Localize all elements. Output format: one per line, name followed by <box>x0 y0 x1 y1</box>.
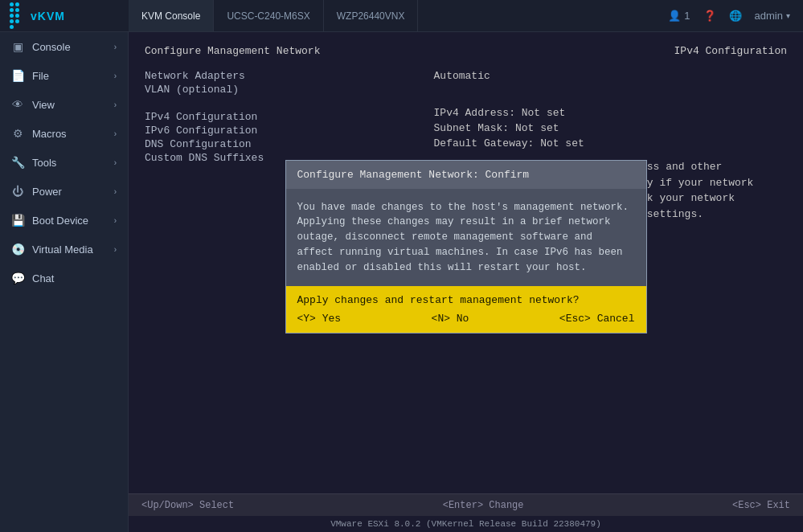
power-icon: ⏻ <box>11 185 24 198</box>
topbar-tabs: KVM Console UCSC-C240-M6SX WZP26440VNX <box>129 0 655 31</box>
main-layout: ▣ Console › 📄 File › 👁 View › ⚙ Macros <box>0 32 803 532</box>
sidebar-label-file: File <box>32 70 49 82</box>
user-icon: 👤 <box>668 10 681 22</box>
chevron-right-icon: › <box>114 43 117 51</box>
footer-text: VMware ESXi 8.0.2 (VMKernel Release Buil… <box>330 519 601 529</box>
sidebar-label-tools: Tools <box>32 157 56 169</box>
chevron-right-icon: › <box>114 100 117 109</box>
spacer <box>434 85 787 97</box>
modal-confirm-text: Apply changes and restart management net… <box>297 294 635 306</box>
modal-cancel-button[interactable]: <Esc> Cancel <box>559 313 635 325</box>
sidebar-item-tools[interactable]: 🔧 Tools › <box>0 148 128 177</box>
sidebar-label-macros: Macros <box>32 128 67 140</box>
monitor-icon: ▣ <box>11 40 24 53</box>
ipv4-address: IPv4 Address: Not set <box>434 107 787 119</box>
modal-confirm-section: Apply changes and restart management net… <box>286 286 646 333</box>
kvm-footer: VMware ESXi 8.0.2 (VMKernel Release Buil… <box>129 516 803 532</box>
chevron-right-icon: › <box>114 216 117 225</box>
sidebar-label-power: Power <box>32 186 62 198</box>
gateway: Default Gateway: Not set <box>434 137 787 149</box>
modal-no-button[interactable]: <N> No <box>432 313 469 325</box>
logo-area: vKVM <box>0 2 129 29</box>
sidebar: ▣ Console › 📄 File › 👁 View › ⚙ Macros <box>0 32 129 532</box>
modal-yes-button[interactable]: <Y> Yes <box>297 313 342 325</box>
media-icon: 💿 <box>11 243 24 256</box>
topbar: vKVM KVM Console UCSC-C240-M6SX WZP26440… <box>0 0 803 32</box>
subnet-mask: Subnet Mask: Not set <box>434 122 787 134</box>
confirm-modal: Configure Management Network: Confirm Yo… <box>285 160 647 334</box>
tab-ucsc[interactable]: UCSC-C240-M6SX <box>214 0 323 31</box>
chevron-right-icon: › <box>114 158 117 167</box>
file-icon: 📄 <box>11 69 24 82</box>
kvm-title-right: IPv4 Configuration <box>674 45 787 57</box>
sidebar-item-macros[interactable]: ⚙ Macros › <box>0 119 128 148</box>
menu-item-network-adapters[interactable]: Network Adapters <box>145 70 434 82</box>
menu-item-spacer <box>145 97 434 109</box>
sidebar-item-view[interactable]: 👁 View › <box>0 90 128 119</box>
kvm-main: Configure Management Network IPv4 Config… <box>129 32 803 493</box>
admin-menu[interactable]: admin ▾ <box>755 10 790 22</box>
modal-title: Configure Management Network: Confirm <box>286 161 646 189</box>
statusbar-right: <Esc> Exit <box>732 500 790 511</box>
chat-icon: 💬 <box>11 272 24 284</box>
app-title: vKVM <box>31 10 65 23</box>
modal-body: You have made changes to the host's mana… <box>286 189 646 287</box>
menu-item-dns[interactable]: DNS Configuration <box>145 138 434 150</box>
help-button[interactable]: ❓ <box>703 10 716 22</box>
sidebar-label-chat: Chat <box>32 272 54 284</box>
menu-item-vlan[interactable]: VLAN (optional) <box>145 84 434 96</box>
admin-label: admin <box>755 10 783 22</box>
modal-actions: <Y> Yes <N> No <Esc> Cancel <box>297 313 635 325</box>
topbar-right: 👤 1 ❓ 🌐 admin ▾ <box>655 10 803 22</box>
kvm-header: Configure Management Network IPv4 Config… <box>145 45 787 57</box>
menu-item-ipv4[interactable]: IPv4 Configuration <box>145 111 434 123</box>
globe-icon: 🌐 <box>729 10 742 22</box>
tab-kvm-console[interactable]: KVM Console <box>129 0 214 31</box>
chevron-down-icon: ▾ <box>786 11 790 20</box>
status-automatic: Automatic <box>434 70 787 82</box>
sidebar-item-file[interactable]: 📄 File › <box>0 61 128 90</box>
kvm-content-area[interactable]: Configure Management Network IPv4 Config… <box>129 32 803 532</box>
kvm-statusbar: <Up/Down> Select <Enter> Change <Esc> Ex… <box>129 493 803 516</box>
kvm-screen: Configure Management Network IPv4 Config… <box>129 32 803 532</box>
sidebar-item-virtual-media[interactable]: 💿 Virtual Media › <box>0 235 128 264</box>
sidebar-label-console: Console <box>32 41 71 53</box>
tab-wzp[interactable]: WZP26440VNX <box>324 0 419 31</box>
help-icon: ❓ <box>703 10 716 22</box>
sidebar-item-power[interactable]: ⏻ Power › <box>0 177 128 206</box>
eye-icon: 👁 <box>11 98 24 111</box>
chevron-right-icon: › <box>114 245 117 254</box>
sidebar-label-boot-device: Boot Device <box>32 215 88 227</box>
cisco-icon <box>10 2 24 29</box>
statusbar-left: <Up/Down> Select <box>141 500 234 511</box>
chevron-right-icon: › <box>114 129 117 138</box>
statusbar-center: <Enter> Change <box>443 500 524 511</box>
boot-icon: 💾 <box>11 214 24 227</box>
user-count-label: 1 <box>684 10 690 22</box>
sidebar-item-chat[interactable]: 💬 Chat <box>0 264 128 293</box>
sidebar-item-console[interactable]: ▣ Console › <box>0 32 128 61</box>
wrench-icon: 🔧 <box>11 156 24 169</box>
kvm-title-left: Configure Management Network <box>145 45 320 57</box>
gear-icon: ⚙ <box>11 127 24 140</box>
chevron-right-icon: › <box>114 187 117 196</box>
sidebar-item-boot-device[interactable]: 💾 Boot Device › <box>0 206 128 235</box>
sidebar-label-view: View <box>32 99 55 111</box>
menu-item-ipv6[interactable]: IPv6 Configuration <box>145 125 434 137</box>
chevron-right-icon: › <box>114 72 117 80</box>
language-button[interactable]: 🌐 <box>729 10 742 22</box>
sidebar-label-virtual-media: Virtual Media <box>32 243 93 256</box>
user-count[interactable]: 👤 1 <box>668 10 690 22</box>
